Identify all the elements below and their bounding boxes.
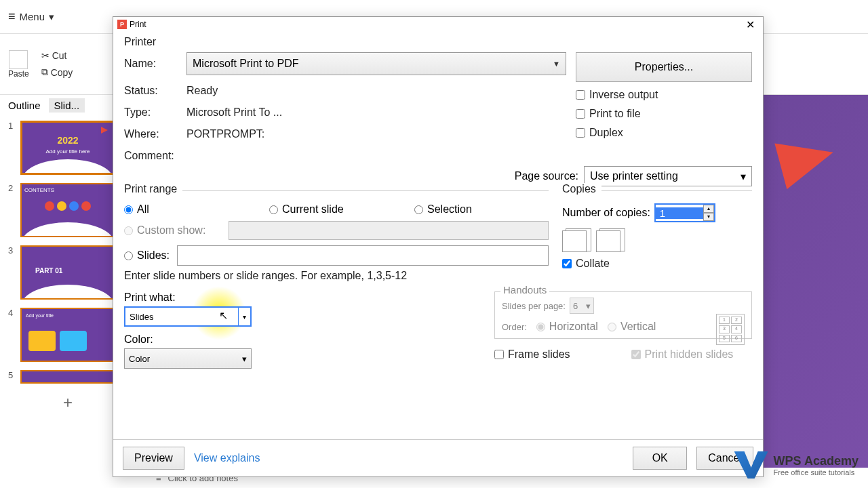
status-label: Status: — [124, 85, 186, 97]
copies-input[interactable]: 1 ▴▾ — [654, 203, 715, 222]
print-to-file-checkbox[interactable]: Print to file — [576, 108, 752, 120]
dialog-title: Print — [130, 20, 146, 29]
custom-show-row: Custom show: — [124, 221, 549, 240]
ok-button[interactable]: OK — [633, 447, 687, 470]
mid-row: Print range All Current slide Selection … — [124, 190, 752, 282]
slide-thumb-2[interactable]: CONTENTS — [20, 183, 115, 237]
chevron-down-icon: ▾ — [242, 354, 247, 364]
cut-button[interactable]: ✂ Cut — [41, 50, 73, 61]
checkbox[interactable] — [576, 128, 585, 138]
thumb-number: 4 — [8, 308, 16, 318]
spp-label: Slides per page: — [502, 301, 566, 311]
range-heading: Print range — [124, 183, 182, 195]
thumb-number: 5 — [8, 370, 16, 380]
range-radios: All Current slide Selection — [124, 203, 549, 216]
cut-copy-group: ✂ Cut ⧉ Copy — [41, 50, 73, 78]
spp-value: 6 — [573, 301, 578, 311]
radio — [608, 323, 616, 331]
menu-button[interactable]: ≡ Menu ▾ — [8, 9, 54, 24]
handouts-heading: Handouts — [500, 284, 549, 296]
current-label: Current slide — [282, 203, 344, 216]
print-what-select[interactable]: Slides ▾ — [124, 306, 252, 327]
handout-preview: 1 2 3 4 5 6 — [716, 314, 745, 345]
checkbox[interactable] — [576, 90, 585, 100]
radio-all[interactable]: All — [124, 203, 267, 216]
slides-input[interactable] — [177, 245, 549, 266]
down-icon[interactable]: ▾ — [703, 213, 714, 221]
frame-slides-checkbox[interactable]: Frame slides — [494, 348, 570, 361]
preview-button[interactable]: Preview — [123, 447, 184, 470]
page-source-select[interactable]: Use printer setting ▾ — [584, 166, 752, 186]
cloud-shape — [22, 222, 114, 237]
collate-checkbox[interactable]: Collate — [562, 258, 752, 270]
radio-slides[interactable]: Slides: — [124, 249, 172, 262]
color-select[interactable]: Color ▾ — [124, 348, 252, 369]
frame-row: Frame slides Print hidden slides — [494, 348, 752, 361]
cell: 2 — [731, 317, 742, 324]
tab-slides[interactable]: Slid... — [49, 98, 85, 113]
checkbox — [631, 350, 641, 359]
cloud-shape — [22, 285, 114, 300]
radio[interactable] — [269, 205, 278, 214]
slide-thumb-4[interactable]: Add your title — [20, 308, 115, 362]
checkbox[interactable] — [562, 259, 572, 268]
thumb-title: CONTENTS — [24, 187, 111, 193]
paste-button[interactable]: Paste — [8, 50, 29, 79]
copies-value: 1 — [656, 207, 703, 219]
radio[interactable] — [124, 205, 133, 214]
slide-thumb-5[interactable] — [20, 370, 115, 384]
hidden-slides-checkbox: Print hidden slides — [631, 348, 734, 361]
thumb-row[interactable]: 3 PART 01 — [8, 245, 127, 300]
copy-button[interactable]: ⧉ Copy — [41, 66, 73, 78]
close-button[interactable]: ✕ — [742, 18, 759, 31]
type-label: Type: — [124, 106, 186, 119]
cards — [28, 331, 87, 351]
where-value: PORTPROMPT: — [186, 128, 566, 140]
thumb-number: 1 — [8, 121, 16, 131]
duplex-checkbox[interactable]: Duplex — [576, 127, 752, 139]
spinner[interactable]: ▴▾ — [703, 205, 714, 221]
printer-options: Properties... Inverse output Print to fi… — [576, 52, 752, 162]
inverse-output-checkbox[interactable]: Inverse output — [576, 89, 752, 101]
up-icon[interactable]: ▴ — [703, 205, 714, 213]
slides-label: Slides: — [137, 249, 170, 262]
view-explains-link[interactable]: View explains — [194, 452, 260, 464]
thumb-row[interactable]: 5 — [8, 370, 127, 384]
spp-select: 6 ▾ — [570, 298, 594, 314]
inverse-label: Inverse output — [589, 89, 658, 101]
copies-row: Number of copies: 1 ▴▾ — [562, 203, 752, 222]
radio[interactable] — [414, 205, 423, 214]
radio-vertical: Vertical — [608, 321, 656, 333]
plane-icon — [101, 127, 108, 134]
radio-horizontal: Horizontal — [536, 321, 598, 333]
radio[interactable] — [124, 251, 133, 260]
tab-outline[interactable]: Outline — [8, 100, 41, 111]
custom-show-select — [229, 221, 549, 240]
printer-name-select[interactable]: Microsoft Print to PDF ▼ — [186, 52, 566, 75]
wps-subtitle: Free office suite tutorials — [774, 468, 859, 476]
cell: 4 — [731, 325, 742, 333]
order-label: Order: — [502, 322, 527, 332]
radio-current[interactable]: Current slide — [269, 203, 412, 216]
radio-custom: Custom show: — [124, 224, 223, 237]
wps-logo-icon — [734, 451, 768, 479]
name-label: Name: — [124, 58, 186, 70]
checkbox[interactable] — [494, 350, 504, 359]
thumb-row[interactable]: 1 2022 Add your title here — [8, 121, 127, 175]
handouts-wrapper: Handouts Slides per page: 6 ▾ Order: Hor… — [494, 291, 752, 369]
print-what-value: Slides — [130, 312, 153, 322]
properties-button[interactable]: Properties... — [576, 52, 752, 82]
radio-selection[interactable]: Selection — [414, 203, 549, 216]
thumb-row[interactable]: 4 Add your title — [8, 308, 127, 362]
thumb-title: Add your title — [26, 313, 54, 318]
printer-section: Name: Microsoft Print to PDF ▼ Status: R… — [124, 52, 752, 162]
checkbox[interactable] — [576, 109, 585, 119]
thumb-row[interactable]: 2 CONTENTS — [8, 183, 127, 237]
cell: 5 — [719, 335, 730, 342]
slide-thumb-1[interactable]: 2022 Add your title here — [20, 121, 115, 175]
slide-thumb-3[interactable]: PART 01 — [20, 245, 115, 300]
copies-label: Number of copies: — [562, 207, 650, 219]
all-label: All — [137, 203, 149, 216]
color-label: Color: — [124, 333, 481, 346]
thumb-number: 2 — [8, 183, 16, 193]
